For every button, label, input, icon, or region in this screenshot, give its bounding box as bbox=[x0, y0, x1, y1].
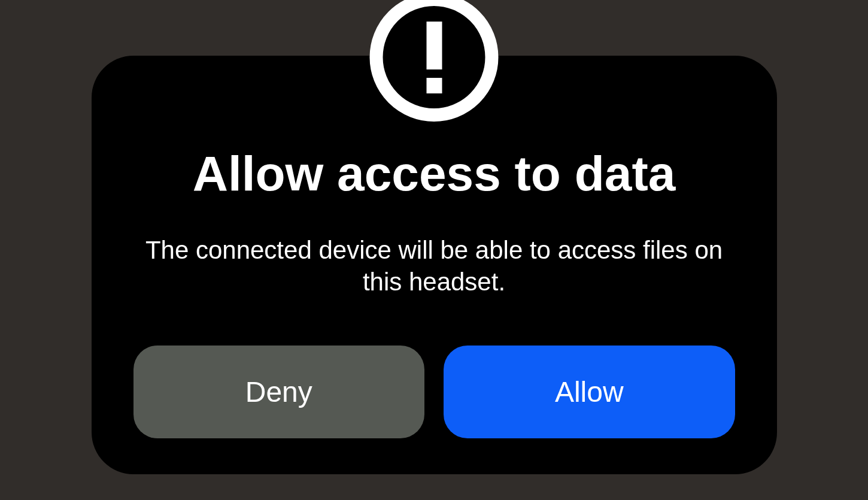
allow-button[interactable]: Allow bbox=[444, 346, 735, 438]
exclamation-circle-icon bbox=[370, 0, 499, 122]
dialog-title: Allow access to data bbox=[133, 146, 735, 202]
dialog-body: The connected device will be able to acc… bbox=[133, 235, 735, 298]
permission-dialog: Allow access to data The connected devic… bbox=[92, 56, 777, 474]
exclamation-dot bbox=[426, 78, 442, 93]
deny-button[interactable]: Deny bbox=[133, 346, 425, 438]
exclamation-bar bbox=[426, 22, 442, 69]
button-row: Deny Allow bbox=[133, 346, 735, 438]
